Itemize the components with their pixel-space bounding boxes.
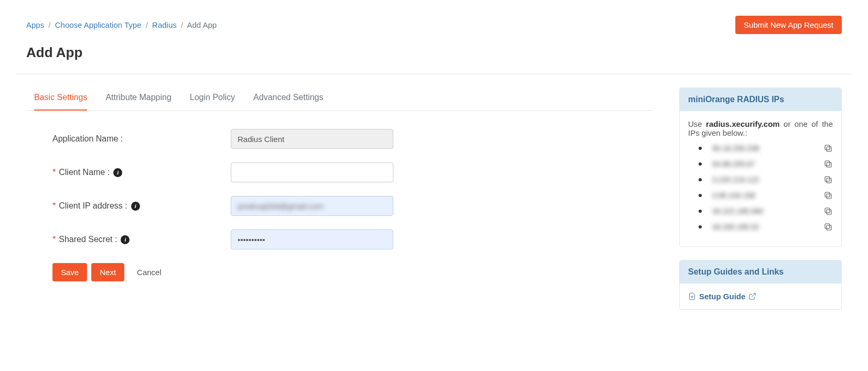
svg-rect-11 [825, 224, 830, 228]
copy-icon[interactable] [823, 191, 833, 200]
submit-new-app-request-button[interactable]: Submit New App Request [735, 16, 842, 34]
ip-list: 90.18.200.238 54.88.205.67 [688, 144, 833, 232]
ip-row: 34.222.185.060 [688, 206, 833, 216]
breadcrumb: Apps / Choose Application Type / Radius … [26, 20, 217, 29]
copy-icon[interactable] [823, 222, 833, 232]
next-button[interactable]: Next [91, 263, 124, 281]
cancel-button[interactable]: Cancel [134, 267, 165, 277]
external-link-icon [748, 292, 756, 300]
svg-rect-5 [825, 177, 830, 181]
client-ip-label: *Client IP address : i [52, 201, 231, 211]
svg-line-14 [752, 293, 756, 297]
copy-icon[interactable] [823, 144, 833, 153]
copy-icon[interactable] [823, 175, 833, 184]
svg-rect-8 [827, 210, 831, 214]
client-name-input[interactable] [231, 162, 393, 182]
save-button[interactable]: Save [52, 263, 87, 281]
client-ip-input[interactable]: predruaj334@gmail.com [231, 196, 393, 216]
divider [16, 74, 852, 74]
radius-ips-card: miniOrange RADIUS IPs Use radius.xecurif… [679, 88, 842, 247]
client-name-label: *Client Name : i [52, 168, 231, 177]
application-name-input [231, 129, 393, 149]
tab-basic-settings[interactable]: Basic Settings [34, 88, 87, 111]
ip-row: 34.200.185.52 [688, 222, 833, 232]
breadcrumb-radius[interactable]: Radius [152, 20, 177, 29]
svg-rect-0 [827, 147, 831, 151]
application-name-label: Application Name : [52, 134, 231, 144]
info-icon[interactable]: i [121, 235, 130, 244]
breadcrumb-current: Add App [187, 20, 217, 29]
shared-secret-label: *Shared Secret : i [52, 235, 231, 244]
info-icon[interactable]: i [113, 168, 122, 177]
setup-guides-card: Setup Guides and Links Setup Guide [679, 260, 842, 310]
tab-login-policy[interactable]: Login Policy [190, 88, 235, 111]
svg-rect-4 [827, 178, 831, 183]
ip-row: 54.88.205.67 [688, 159, 833, 169]
svg-rect-6 [827, 194, 831, 199]
document-icon [688, 292, 696, 300]
copy-icon[interactable] [823, 159, 833, 169]
shared-secret-input[interactable]: •••••••••• [231, 230, 393, 249]
ip-row: 90.18.200.238 [688, 144, 833, 153]
setup-guide-link[interactable]: Setup Guide [688, 292, 833, 301]
svg-rect-10 [827, 225, 831, 230]
radius-ips-header: miniOrange RADIUS IPs [680, 88, 841, 111]
setup-guides-header: Setup Guides and Links [680, 260, 841, 283]
svg-rect-3 [825, 161, 830, 166]
svg-rect-2 [827, 162, 831, 167]
radius-ips-intro: Use radius.xecurify.com or one of the IP… [688, 119, 833, 137]
svg-rect-7 [825, 192, 830, 197]
breadcrumb-apps[interactable]: Apps [26, 20, 44, 29]
ip-row: 3.220.219.122 [688, 175, 833, 184]
breadcrumb-choose-type[interactable]: Choose Application Type [55, 20, 142, 29]
page-title: Add App [26, 45, 842, 61]
svg-rect-1 [825, 145, 830, 150]
svg-rect-9 [825, 208, 830, 213]
copy-icon[interactable] [823, 206, 833, 216]
ip-row: 3.85.104.158 [688, 191, 833, 200]
tab-attribute-mapping[interactable]: Attribute Mapping [105, 88, 171, 111]
info-icon[interactable]: i [131, 202, 140, 211]
tabs: Basic Settings Attribute Mapping Login P… [26, 88, 653, 111]
tab-advanced-settings[interactable]: Advanced Settings [253, 88, 323, 111]
